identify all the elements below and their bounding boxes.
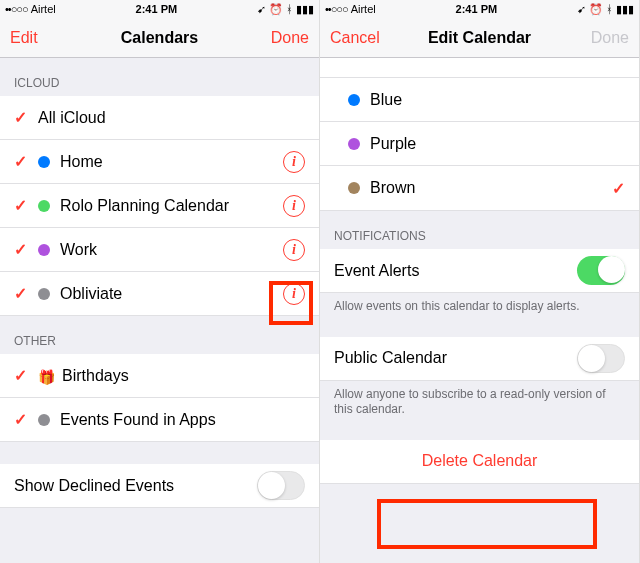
public-calendar-footer: Allow anyone to subscribe to a read-only… (320, 381, 639, 428)
location-icon: ➹ (577, 3, 586, 16)
event-alerts-label: Event Alerts (334, 262, 577, 280)
location-icon: ➹ (257, 3, 266, 16)
calendar-row-work[interactable]: ✓ Work i (0, 228, 319, 272)
public-calendar-toggle[interactable] (577, 344, 625, 373)
clock: 2:41 PM (136, 3, 178, 15)
clock: 2:41 PM (456, 3, 498, 15)
nav-title: Edit Calendar (390, 29, 569, 47)
color-dot (38, 288, 50, 300)
calendar-label: Birthdays (62, 367, 305, 385)
calendar-row-home[interactable]: ✓ Home i (0, 140, 319, 184)
signal-dots: ••○○○ (325, 3, 348, 15)
calendar-label: Work (60, 241, 283, 259)
public-calendar-row[interactable]: Public Calendar (320, 337, 639, 381)
calendar-label: Rolo Planning Calendar (60, 197, 283, 215)
battery-icon: ▮▮▮ (616, 3, 634, 16)
signal-dots: ••○○○ (5, 3, 28, 15)
event-alerts-toggle[interactable] (577, 256, 625, 285)
alarm-icon: ⏰ (589, 3, 603, 16)
delete-calendar-button[interactable]: Delete Calendar (320, 440, 639, 484)
calendar-row-all-icloud[interactable]: ✓ All iCloud (0, 96, 319, 140)
color-label: Blue (370, 91, 625, 109)
edit-button[interactable]: Edit (10, 29, 70, 47)
check-icon: ✓ (612, 179, 625, 198)
nav-bar: Edit Calendars Done (0, 18, 319, 58)
color-dot (38, 200, 50, 212)
status-icons: ➹ ⏰ ᚼ ▮▮▮ (257, 3, 314, 16)
screen-calendars: ••○○○ Airtel 2:41 PM ➹ ⏰ ᚼ ▮▮▮ Edit Cale… (0, 0, 320, 563)
check-icon: ✓ (14, 284, 34, 303)
show-declined-toggle[interactable] (257, 471, 305, 500)
status-bar: ••○○○ Airtel 2:41 PM ➹ ⏰ ᚼ ▮▮▮ (0, 0, 319, 18)
done-button[interactable]: Done (249, 29, 309, 47)
color-row-blue[interactable]: Blue (320, 78, 639, 122)
color-row-brown[interactable]: Brown ✓ (320, 166, 639, 210)
calendar-row-obliviate[interactable]: ✓ Obliviate i (0, 272, 319, 316)
event-alerts-footer: Allow events on this calendar to display… (320, 293, 639, 325)
cancel-button[interactable]: Cancel (330, 29, 390, 47)
check-icon: ✓ (14, 152, 34, 171)
status-icons: ➹ ⏰ ᚼ ▮▮▮ (577, 3, 634, 16)
calendar-label: All iCloud (38, 109, 305, 127)
calendar-label: Home (60, 153, 283, 171)
gift-icon: 🎁 (38, 369, 52, 383)
color-dot (348, 138, 360, 150)
delete-calendar-label: Delete Calendar (422, 452, 538, 470)
nav-title: Calendars (70, 29, 249, 47)
calendar-label: Events Found in Apps (60, 411, 305, 429)
status-bar: ••○○○ Airtel 2:41 PM ➹ ⏰ ᚼ ▮▮▮ (320, 0, 639, 18)
section-header-other: OTHER (0, 316, 319, 354)
done-button-disabled: Done (569, 29, 629, 47)
section-header-notifications: NOTIFICATIONS (320, 211, 639, 249)
color-label: Purple (370, 135, 625, 153)
carrier: Airtel (351, 3, 376, 15)
color-row-purple[interactable]: Purple (320, 122, 639, 166)
info-icon[interactable]: i (283, 239, 305, 261)
color-dot (348, 94, 360, 106)
screen-edit-calendar: ••○○○ Airtel 2:41 PM ➹ ⏰ ᚼ ▮▮▮ Cancel Ed… (320, 0, 640, 563)
show-declined-row[interactable]: Show Declined Events (0, 464, 319, 508)
info-icon[interactable]: i (283, 195, 305, 217)
public-calendar-label: Public Calendar (334, 349, 577, 367)
info-icon[interactable]: i (283, 283, 305, 305)
info-icon[interactable]: i (283, 151, 305, 173)
bluetooth-icon: ᚼ (286, 3, 293, 15)
event-alerts-row[interactable]: Event Alerts (320, 249, 639, 293)
color-label: Brown (370, 179, 612, 197)
bluetooth-icon: ᚼ (606, 3, 613, 15)
battery-icon: ▮▮▮ (296, 3, 314, 16)
carrier: Airtel (31, 3, 56, 15)
check-icon: ✓ (14, 410, 34, 429)
check-icon: ✓ (14, 240, 34, 259)
calendar-row-birthdays[interactable]: ✓ 🎁 Birthdays (0, 354, 319, 398)
color-dot (38, 244, 50, 256)
color-dot (38, 414, 50, 426)
calendar-row-events-in-apps[interactable]: ✓ Events Found in Apps (0, 398, 319, 442)
color-row-cut[interactable] (320, 58, 639, 78)
color-dot (348, 182, 360, 194)
check-icon: ✓ (14, 366, 34, 385)
calendar-row-rolo[interactable]: ✓ Rolo Planning Calendar i (0, 184, 319, 228)
calendar-label: Obliviate (60, 285, 283, 303)
check-icon: ✓ (14, 196, 34, 215)
alarm-icon: ⏰ (269, 3, 283, 16)
color-dot (38, 156, 50, 168)
check-icon: ✓ (14, 108, 34, 127)
nav-bar: Cancel Edit Calendar Done (320, 18, 639, 58)
section-header-icloud: ICLOUD (0, 58, 319, 96)
show-declined-label: Show Declined Events (14, 477, 257, 495)
